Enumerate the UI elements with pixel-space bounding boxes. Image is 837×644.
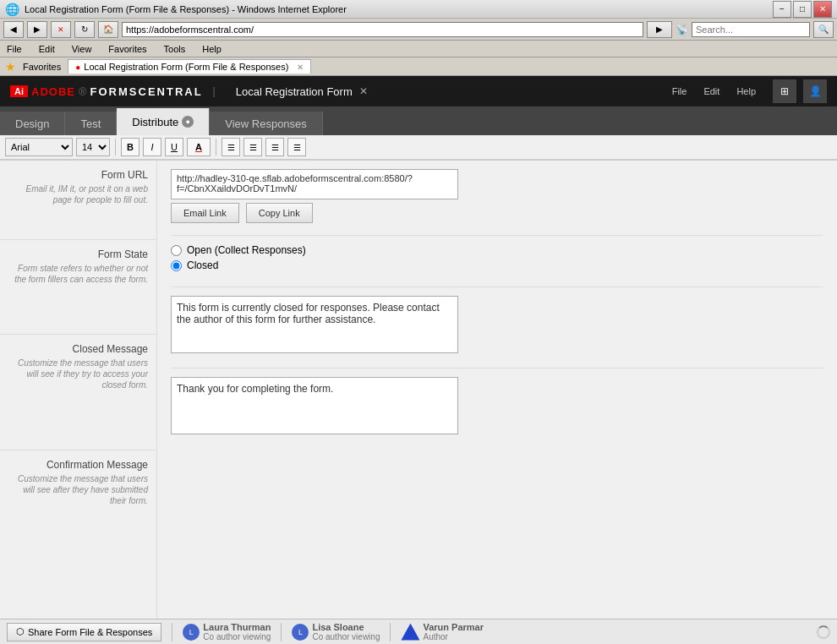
user-role-varun: Author	[423, 632, 484, 641]
confirm-message-title: Confirmation Message	[7, 459, 148, 471]
menu-tools[interactable]: Tools	[161, 43, 189, 55]
radio-open-label[interactable]: Open (Collect Responses)	[187, 244, 306, 256]
status-bar: ⬡ Share Form File & Responses L Laura Th…	[0, 619, 837, 644]
align-left-button[interactable]: ☰	[222, 138, 240, 156]
user-role-lisa: Co author viewing	[312, 632, 380, 641]
align-center-icon: ☰	[249, 143, 257, 152]
form-state-section: Open (Collect Responses) Closed	[171, 236, 823, 287]
tab-design[interactable]: Design	[0, 112, 65, 135]
menu-file[interactable]: File	[3, 43, 25, 55]
search-input[interactable]	[692, 22, 810, 37]
menu-edit[interactable]: Edit	[36, 43, 58, 55]
header-edit[interactable]: Edit	[703, 86, 719, 96]
content-panel: Email Link Copy Link Open (Collect Respo…	[156, 161, 837, 619]
text-color-button[interactable]: A	[187, 138, 211, 156]
url-action-buttons: Email Link Copy Link	[171, 203, 823, 223]
close-form-icon[interactable]: ✕	[359, 85, 368, 97]
user-lisa: L Lisa Sloane Co author viewing	[292, 622, 380, 641]
toolbar-divider-2	[216, 139, 216, 156]
copy-link-button[interactable]: Copy Link	[246, 203, 313, 223]
user-info-varun: Varun Parmar Author	[423, 622, 484, 641]
align-center-button[interactable]: ☰	[243, 138, 262, 156]
header-file[interactable]: File	[672, 86, 687, 96]
menu-favorites[interactable]: Favorites	[105, 43, 150, 55]
grid-icon: ⊞	[780, 85, 789, 97]
tab-label: Local Registration Form (Form File & Res…	[84, 62, 288, 72]
home-button[interactable]: 🏠	[98, 21, 118, 38]
size-select[interactable]: 14	[76, 138, 110, 156]
tab-nav: Design Test Distribute ● View Responses	[0, 106, 837, 135]
avatar-varun	[401, 624, 419, 641]
user-laura: L Laura Thurman Co author viewing	[183, 622, 271, 641]
radio-closed[interactable]	[171, 260, 182, 271]
minimize-button[interactable]: −	[773, 1, 791, 18]
user-name-varun: Varun Parmar	[423, 622, 484, 632]
user-role-laura: Co author viewing	[203, 632, 271, 641]
tab-close-icon[interactable]: ✕	[297, 63, 304, 72]
tab-distribute-label: Distribute	[132, 116, 178, 128]
tab-distribute[interactable]: Distribute ●	[117, 108, 210, 135]
form-url-textarea[interactable]	[171, 169, 458, 199]
closed-message-title: Closed Message	[7, 343, 148, 355]
closed-message-textarea[interactable]	[171, 296, 458, 353]
confirm-message-hint: Customize the message that users will se…	[7, 473, 148, 506]
font-select[interactable]: Arial	[5, 138, 73, 156]
tab-test[interactable]: Test	[65, 112, 117, 135]
distribute-badge: ●	[182, 116, 194, 128]
stop-button[interactable]: ✕	[51, 21, 71, 38]
italic-button[interactable]: I	[143, 138, 161, 156]
menu-help[interactable]: Help	[199, 43, 225, 55]
forward-button[interactable]: ▶	[27, 21, 47, 38]
grid-icon-button[interactable]: ⊞	[773, 79, 796, 103]
user-name-lisa: Lisa Sloane	[312, 622, 380, 632]
user-info-lisa: Lisa Sloane Co author viewing	[312, 622, 380, 641]
form-title: Local Registration Form	[236, 85, 353, 98]
radio-closed-label[interactable]: Closed	[187, 259, 218, 271]
restore-button[interactable]: □	[793, 1, 812, 18]
tab-view-responses-label: View Responses	[225, 117, 307, 130]
underline-icon: U	[171, 142, 178, 152]
refresh-button[interactable]: ↻	[74, 21, 95, 38]
align-justify-icon: ☰	[293, 143, 301, 152]
tab-view-responses[interactable]: View Responses	[210, 112, 323, 135]
favorites-label[interactable]: Favorites	[23, 62, 61, 72]
avatar-initials-laura: L	[189, 628, 194, 636]
brand-logo: ADOBE	[31, 85, 75, 98]
tab-icon: ●	[75, 63, 80, 72]
form-state-label-block: Form State Form state refers to whether …	[0, 239, 156, 293]
menu-view[interactable]: View	[68, 43, 96, 55]
avatar-lisa: L	[292, 624, 309, 641]
feed-icon: 📡	[676, 24, 688, 35]
title-sep: |	[213, 85, 216, 97]
confirm-message-textarea[interactable]	[171, 377, 458, 434]
bold-button[interactable]: B	[121, 138, 140, 156]
brand: Ai ADOBE ® FORMSCENTRAL | Local Registra…	[10, 85, 368, 98]
align-justify-button[interactable]: ☰	[287, 138, 306, 156]
address-input[interactable]	[122, 22, 643, 37]
go-button[interactable]: ▶	[647, 21, 672, 38]
form-url-label-block: Form URL Email it, IM it, or post it on …	[0, 161, 156, 214]
share-button[interactable]: ⬡ Share Form File & Responses	[7, 623, 161, 641]
close-button[interactable]: ✕	[813, 1, 832, 18]
user-icon-button[interactable]: 👤	[803, 79, 827, 103]
align-right-button[interactable]: ☰	[265, 138, 284, 156]
text-color-control: A	[187, 138, 211, 156]
radio-open[interactable]	[171, 245, 182, 256]
labels-panel: Form URL Email it, IM it, or post it on …	[0, 161, 156, 619]
search-button[interactable]: 🔍	[813, 21, 834, 38]
status-separator-3	[390, 623, 391, 641]
back-button[interactable]: ◀	[3, 21, 24, 38]
email-link-button[interactable]: Email Link	[171, 203, 239, 223]
text-color-label: A	[195, 142, 202, 152]
browser-tab[interactable]: ● Local Registration Form (Form File & R…	[68, 59, 311, 74]
radio-closed-row: Closed	[171, 259, 823, 271]
window-title: Local Registration Form (Form File & Res…	[25, 4, 347, 14]
user-info-laura: Laura Thurman Co author viewing	[203, 622, 271, 641]
ie-icon: 🌐	[5, 3, 19, 16]
align-right-icon: ☰	[271, 143, 279, 152]
main-content: Form URL Email it, IM it, or post it on …	[0, 161, 837, 619]
closed-message-label-block: Closed Message Customize the message tha…	[0, 334, 156, 399]
header-help[interactable]: Help	[736, 86, 756, 96]
underline-button[interactable]: U	[165, 138, 183, 156]
user-name-laura: Laura Thurman	[203, 622, 271, 632]
